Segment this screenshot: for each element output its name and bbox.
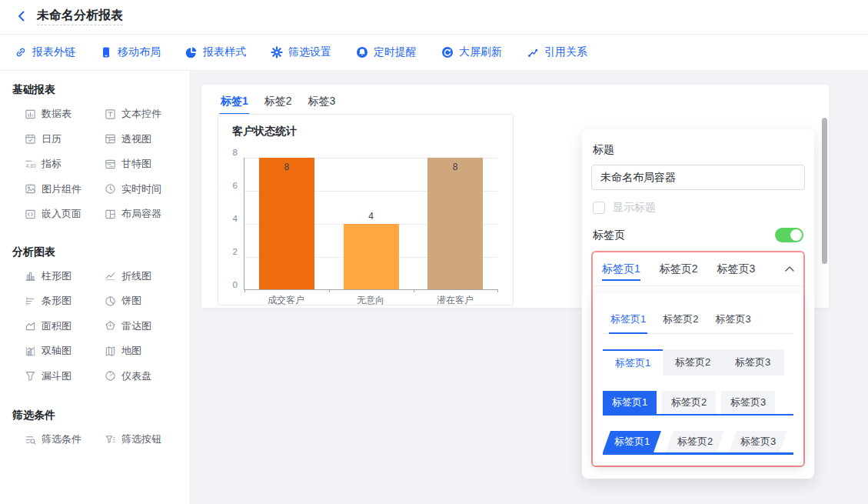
sidebar-widget-item[interactable]: 饼图 bbox=[105, 294, 184, 308]
refresh-icon bbox=[441, 46, 454, 58]
sidebar-widget-label: 饼图 bbox=[121, 294, 141, 308]
sidebar-widget-label: 透视图 bbox=[121, 132, 151, 146]
image-icon bbox=[25, 183, 36, 195]
widget-sidebar: 基础报表 数据表 文本控件 日历 透视图 bbox=[0, 71, 191, 504]
sidebar-widget-label: 双轴图 bbox=[42, 344, 72, 358]
sidebar-widget-item[interactable]: 数据表 bbox=[25, 107, 105, 121]
canvas-tab[interactable]: 标签3 bbox=[308, 93, 336, 108]
embed-icon bbox=[25, 209, 36, 220]
mobile-icon bbox=[100, 46, 112, 58]
sidebar-widget-item[interactable]: 双轴图 bbox=[25, 344, 105, 358]
sidebar-widget-item[interactable]: 透视图 bbox=[105, 132, 184, 146]
sidebar-widget-item[interactable]: 甘特图 bbox=[105, 157, 184, 171]
tab-style-preview-tab[interactable]: 标签页1 bbox=[610, 312, 646, 326]
tab-style-option-top-border-card[interactable]: 标签页1 标签页2 标签页3 bbox=[603, 349, 784, 375]
x-axis-tick bbox=[497, 289, 498, 292]
x-axis-tick bbox=[329, 289, 330, 292]
text-widget-icon bbox=[105, 108, 116, 120]
sidebar-widget-label: 日历 bbox=[42, 132, 62, 146]
tab-style-preview-tab[interactable]: 标签页2 bbox=[663, 349, 723, 375]
sidebar-widget-item[interactable]: 文本控件 bbox=[105, 107, 184, 121]
sidebar-widget-label: 柱形图 bbox=[42, 269, 72, 283]
sidebar-widget-label: 布局容器 bbox=[121, 207, 161, 221]
toolbar-item[interactable]: 报表外链 bbox=[15, 45, 75, 59]
tab-style-preview-tab[interactable]: 标签页1 bbox=[603, 431, 661, 452]
y-tick-label: 8 bbox=[233, 147, 238, 158]
sidebar-widget-item[interactable]: 图片组件 bbox=[25, 182, 105, 196]
x-category-label: 成交客户 bbox=[244, 294, 328, 307]
tab-page-item[interactable]: 标签页2 bbox=[660, 262, 698, 276]
tab-pages-row: 标签页 bbox=[593, 228, 803, 242]
sidebar-widget-label: 条形图 bbox=[42, 294, 72, 308]
toggle-knob bbox=[790, 229, 802, 241]
sidebar-widget-item[interactable]: 雷达图 bbox=[105, 319, 184, 333]
sidebar-widget-label: 地图 bbox=[121, 344, 141, 358]
tab-style-preview-tab[interactable]: 标签页2 bbox=[663, 312, 698, 326]
tab-pages-toggle[interactable] bbox=[775, 228, 803, 242]
page-title[interactable]: 未命名分析报表 bbox=[37, 8, 123, 25]
tab-style-preview-tab[interactable]: 标签页1 bbox=[603, 391, 657, 414]
container-title-input[interactable] bbox=[591, 165, 805, 190]
sidebar-widget-label: 筛选条件 bbox=[42, 432, 81, 446]
sidebar-section-title: 筛选条件 bbox=[12, 409, 178, 422]
properties-panel: 标题 显示标题 标签页 标签页1 标签页2 标签页3 bbox=[582, 129, 814, 479]
sidebar-widget-item[interactable]: 地图 bbox=[105, 344, 184, 358]
toolbar-item[interactable]: 筛选设置 bbox=[271, 45, 331, 59]
reference-icon bbox=[527, 46, 539, 58]
sidebar-widget-item[interactable]: 面积图 bbox=[25, 319, 105, 333]
pivot-table-icon bbox=[105, 133, 116, 145]
sidebar-widget-item[interactable]: 仪表盘 bbox=[105, 369, 184, 383]
sidebar-widget-item[interactable]: 4,80 指标 bbox=[25, 157, 105, 171]
tab-page-item[interactable]: 标签页3 bbox=[717, 262, 756, 276]
calendar-icon bbox=[25, 133, 36, 145]
sidebar-widget-item[interactable]: 漏斗图 bbox=[25, 369, 105, 383]
tab-style-option-trapezoid[interactable]: 标签页1 标签页2 标签页3 bbox=[603, 431, 793, 455]
back-icon[interactable] bbox=[15, 10, 29, 24]
sidebar-widget-item[interactable]: 柱形图 bbox=[25, 269, 105, 283]
sidebar-widget-item[interactable]: 条形图 bbox=[25, 294, 105, 308]
toolbar-item[interactable]: 定时提醒 bbox=[356, 45, 417, 59]
sidebar-section-basic: 数据表 文本控件 日历 透视图 4,80 bbox=[0, 102, 190, 227]
tab-style-preview-tab[interactable]: 标签页2 bbox=[662, 391, 716, 414]
sidebar-widget-item[interactable]: 嵌入页面 bbox=[25, 207, 105, 221]
tab-style-select-header[interactable]: 标签页1 标签页2 标签页3 bbox=[593, 252, 803, 286]
funnel-chart-icon bbox=[25, 370, 36, 382]
sidebar-widget-item[interactable]: 折线图 bbox=[105, 269, 184, 283]
x-category-label: 无意向 bbox=[328, 294, 413, 307]
canvas-tab[interactable]: 标签2 bbox=[264, 93, 292, 108]
sidebar-widget-item[interactable]: 实时时间 bbox=[105, 182, 184, 196]
show-title-checkbox[interactable] bbox=[593, 202, 605, 214]
tab-style-preview-tab[interactable]: 标签页3 bbox=[715, 312, 750, 326]
sidebar-widget-item[interactable]: 筛选条件 bbox=[25, 432, 105, 446]
toolbar-item[interactable]: 引用关系 bbox=[527, 45, 587, 59]
toolbar-item[interactable]: 移动布局 bbox=[100, 45, 161, 59]
tab-style-preview-tab[interactable]: 标签页1 bbox=[603, 349, 663, 375]
bar-value-label: 8 bbox=[284, 162, 289, 172]
sidebar-widget-item[interactable]: 布局容器 bbox=[105, 207, 184, 221]
tab-style-preview-tab[interactable]: 标签页3 bbox=[723, 349, 783, 375]
chart-plot: 848 bbox=[244, 158, 497, 290]
toolbar-item[interactable]: 报表样式 bbox=[185, 45, 246, 59]
toolbar-item-label: 报表样式 bbox=[203, 45, 246, 59]
tab-style-preview-tab[interactable]: 标签页3 bbox=[729, 431, 787, 452]
gantt-icon bbox=[105, 159, 116, 170]
y-tick-label: 4 bbox=[233, 213, 238, 224]
sidebar-widget-label: 嵌入页面 bbox=[42, 207, 81, 221]
tab-style-preview-tab[interactable]: 标签页2 bbox=[666, 431, 724, 452]
sidebar-widget-item[interactable]: 筛选按钮 bbox=[105, 432, 184, 446]
tab-style-option-block[interactable]: 标签页1 标签页2 标签页3 bbox=[603, 391, 793, 416]
toolbar-item[interactable]: 大屏刷新 bbox=[441, 45, 502, 59]
chart-x-labels: 成交客户无意向潜在客户 bbox=[244, 294, 497, 307]
tab-style-preview-tab[interactable]: 标签页3 bbox=[721, 391, 775, 414]
sidebar-widget-item[interactable]: 日历 bbox=[25, 132, 105, 146]
tab-style-option-underline[interactable]: 标签页1 标签页2 标签页3 bbox=[603, 312, 793, 334]
app-root: 未命名分析报表 报表外链 移动布局 报表样式 筛选设置 bbox=[0, 0, 868, 504]
tab-page-item[interactable]: 标签页1 bbox=[602, 262, 640, 276]
link-icon bbox=[15, 46, 27, 58]
toolbar-item-label: 大屏刷新 bbox=[459, 45, 502, 59]
line-chart-icon bbox=[105, 270, 116, 282]
chart-widget[interactable]: 客户状态统计 86420 848 成交客户无意向潜在客户 bbox=[218, 114, 514, 305]
chevron-up-icon[interactable] bbox=[785, 266, 794, 272]
canvas-tab[interactable]: 标签1 bbox=[221, 93, 248, 108]
canvas-scrollbar-thumb[interactable] bbox=[822, 118, 827, 264]
